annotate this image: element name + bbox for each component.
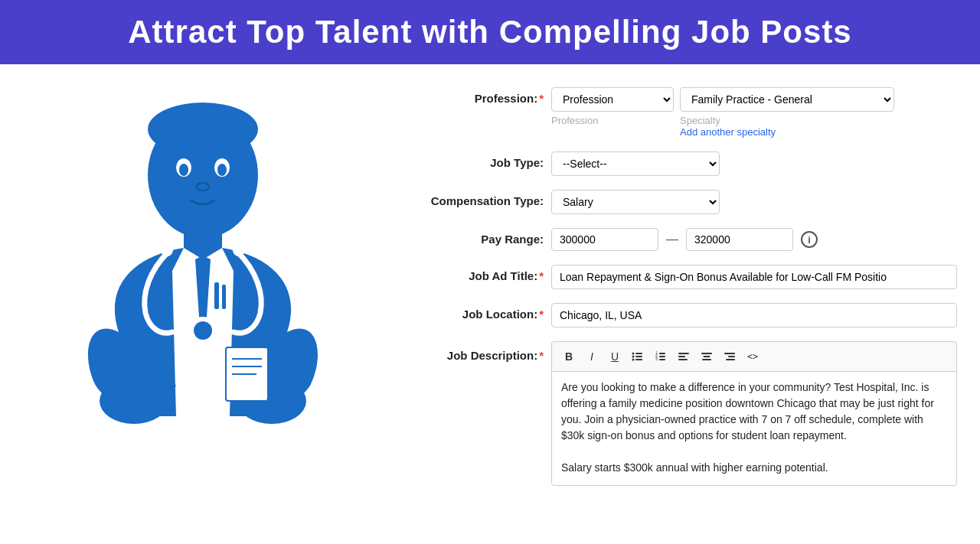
profession-select[interactable]: Profession Physician Nurse Practitioner … xyxy=(551,87,674,112)
compensation-type-select[interactable]: Salary Hourly 1099 xyxy=(551,190,720,214)
pay-range-info-icon[interactable]: i xyxy=(801,231,818,248)
svg-rect-36 xyxy=(704,356,710,357)
svg-rect-25 xyxy=(635,359,642,360)
profession-sublabel: Profession xyxy=(551,115,674,138)
toolbar-code-button[interactable]: <> xyxy=(742,346,763,367)
ordered-list-icon: 1. 2. 3. xyxy=(655,350,667,363)
profession-label: Profession:* xyxy=(413,87,551,105)
job-ad-title-label: Job Ad Title:* xyxy=(413,265,551,282)
svg-rect-39 xyxy=(728,356,735,357)
doctor-svg xyxy=(42,87,364,516)
toolbar-ordered-list-button[interactable]: 1. 2. 3. xyxy=(650,346,671,367)
compensation-type-label: Compensation Type: xyxy=(413,190,551,207)
svg-rect-23 xyxy=(635,356,642,357)
svg-point-20 xyxy=(632,353,635,355)
toolbar-align-center-button[interactable] xyxy=(696,346,717,367)
profession-row: Profession:* Profession Physician Nurse … xyxy=(413,87,957,138)
profession-controls: Profession Physician Nurse Practitioner … xyxy=(551,87,957,138)
main-content: Profession:* Profession Physician Nurse … xyxy=(0,64,980,516)
doctor-illustration xyxy=(0,80,406,516)
svg-rect-33 xyxy=(678,356,685,357)
required-star: * xyxy=(539,92,544,105)
align-center-icon xyxy=(701,350,713,363)
specialty-text: Specialty xyxy=(680,115,776,126)
header: Attract Top Talent with Compelling Job P… xyxy=(0,0,980,64)
add-specialty-link[interactable]: Add another specialty xyxy=(680,126,776,138)
form-area: Profession:* Profession Physician Nurse … xyxy=(406,80,980,516)
pay-range-dash: — xyxy=(666,233,678,246)
job-location-label: Job Location:* xyxy=(413,303,551,321)
align-right-icon xyxy=(724,350,736,363)
bullet-list-icon xyxy=(632,350,644,363)
required-star-title: * xyxy=(539,269,544,282)
svg-rect-34 xyxy=(678,359,688,360)
svg-rect-40 xyxy=(726,359,735,360)
svg-rect-32 xyxy=(678,353,689,354)
align-left-icon xyxy=(678,350,690,363)
svg-rect-37 xyxy=(702,359,711,360)
job-ad-title-row: Job Ad Title:* xyxy=(413,265,957,289)
toolbar-bullet-list-button[interactable] xyxy=(627,346,648,367)
toolbar-bold-button[interactable]: B xyxy=(558,346,580,367)
toolbar-align-left-button[interactable] xyxy=(673,346,694,367)
job-description-row: Job Description:* B I U xyxy=(413,341,957,486)
job-description-label: Job Description:* xyxy=(413,341,551,362)
specialty-sublabel-area: Specialty Add another specialty xyxy=(680,115,776,138)
job-type-row: Job Type: --Select-- Full-Time Part-Time… xyxy=(413,151,957,176)
job-type-label: Job Type: xyxy=(413,151,551,169)
pay-range-label: Pay Range: xyxy=(413,228,551,246)
job-description-editor[interactable]: Are you looking to make a difference in … xyxy=(551,371,957,486)
svg-point-5 xyxy=(194,321,212,340)
svg-rect-31 xyxy=(659,359,665,360)
required-star-location: * xyxy=(539,308,544,321)
svg-rect-35 xyxy=(701,353,712,354)
svg-point-24 xyxy=(632,359,635,361)
job-ad-title-input[interactable] xyxy=(551,265,957,289)
svg-point-6 xyxy=(161,244,173,256)
svg-rect-13 xyxy=(222,285,226,309)
svg-point-17 xyxy=(217,164,227,176)
toolbar-italic-button[interactable]: I xyxy=(581,346,603,367)
specialty-select[interactable]: Family Practice - General Internal Medic… xyxy=(680,87,894,112)
page-title: Attract Top Talent with Compelling Job P… xyxy=(23,14,957,50)
svg-point-2 xyxy=(100,378,168,424)
svg-point-22 xyxy=(632,356,635,358)
compensation-type-row: Compensation Type: Salary Hourly 1099 xyxy=(413,190,957,214)
svg-rect-29 xyxy=(659,356,665,357)
pay-range-min-input[interactable] xyxy=(551,228,658,251)
job-type-select[interactable]: --Select-- Full-Time Part-Time Locum Ten… xyxy=(551,151,720,176)
required-star-desc: * xyxy=(539,349,544,362)
svg-point-19 xyxy=(148,103,258,156)
svg-rect-38 xyxy=(724,353,735,354)
job-location-row: Job Location:* xyxy=(413,303,957,327)
pay-range-row: Pay Range: — i xyxy=(413,228,957,251)
svg-point-16 xyxy=(179,164,188,176)
svg-point-7 xyxy=(233,244,245,256)
toolbar-underline-button[interactable]: U xyxy=(604,346,626,367)
editor-toolbar: B I U xyxy=(551,341,957,371)
job-location-input[interactable] xyxy=(551,303,957,327)
pay-range-max-input[interactable] xyxy=(686,228,793,251)
svg-rect-27 xyxy=(659,353,665,354)
toolbar-align-right-button[interactable] xyxy=(719,346,740,367)
svg-rect-12 xyxy=(214,282,219,309)
svg-text:3.: 3. xyxy=(655,357,658,361)
job-description-controls: B I U xyxy=(551,341,957,486)
svg-rect-21 xyxy=(635,353,642,354)
